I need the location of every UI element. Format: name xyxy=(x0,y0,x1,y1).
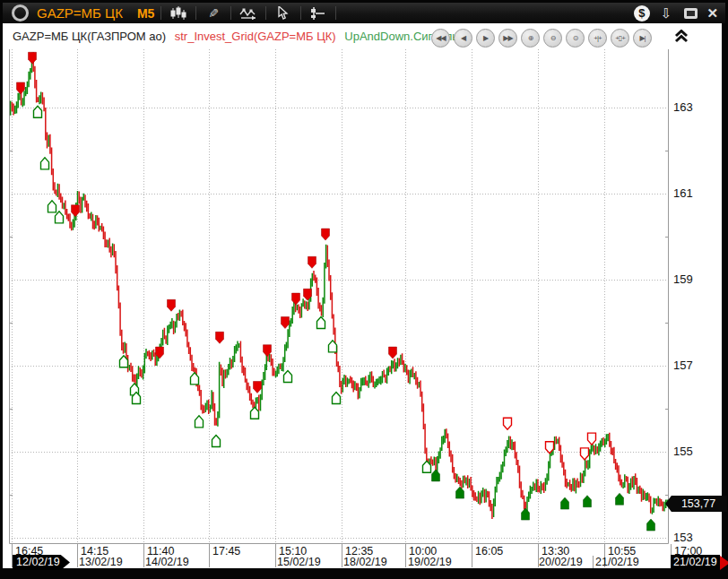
x-axis-tick xyxy=(12,544,13,567)
x-axis-time-label: 17:45 xyxy=(212,545,240,557)
x-axis-tick xyxy=(143,544,144,567)
nav-fast-forward-button[interactable]: ▶▶ xyxy=(498,29,517,48)
nav-go-end-button[interactable]: ▶| xyxy=(633,29,652,48)
nav-rewind-button[interactable]: ◀◀ xyxy=(431,29,450,48)
sell-signal-markers-hollow xyxy=(504,418,596,460)
chart-legend: GAZP=МБ ЦК(ГАЗПРОМ ао) str_Invest_Grid(G… xyxy=(13,30,461,43)
x-axis-tick xyxy=(593,556,594,568)
y-axis-label: 159 xyxy=(673,272,709,286)
divider xyxy=(160,6,161,20)
grid-lines xyxy=(9,49,669,544)
dollar-icon[interactable]: $ xyxy=(634,5,650,22)
divider xyxy=(230,6,231,20)
x-axis-tick xyxy=(472,544,472,567)
indicator-icon[interactable] xyxy=(238,5,259,22)
divider xyxy=(265,6,266,20)
nav-step-back-button[interactable]: ◀ xyxy=(454,29,472,48)
buy-signal-markers-hollow xyxy=(34,106,431,472)
instrument-label[interactable]: GAZP=МБ ЦК(ГАЗПРОМ ао) xyxy=(13,30,166,43)
nav-compress-x-button[interactable]: +|+ xyxy=(588,29,607,48)
application-window: GAZP=МБ ЦК M5 ✎ $ ⇩ ✕ GAZP=МБ ЦК(ГАЗПР xyxy=(0,0,728,579)
red-arrow-icon xyxy=(720,556,728,570)
chart-panel: GAZP=МБ ЦК(ГАЗПРОМ ао) str_Invest_Grid(G… xyxy=(3,23,722,568)
timeframe-label[interactable]: M5 xyxy=(137,6,154,21)
candles-down xyxy=(12,52,663,519)
x-axis-date-label: 21/02/19 xyxy=(595,556,639,568)
divider xyxy=(335,6,336,20)
cursor-icon[interactable] xyxy=(273,5,294,22)
y-axis-label: 153 xyxy=(673,531,709,544)
end-date-tag: 21/02/19 xyxy=(671,555,728,570)
download-icon[interactable]: ⇩ xyxy=(661,5,672,22)
candles-up xyxy=(11,53,668,517)
divider xyxy=(300,6,301,20)
x-axis-tick xyxy=(405,544,406,567)
x-axis-date-label: 20/02/19 xyxy=(539,556,583,568)
end-date-value: 21/02/19 xyxy=(671,555,720,570)
divider xyxy=(195,6,196,20)
chart-nav-toolbar: ◀◀◀▶▶▶⊕⊖⊙+|++▯+▶| xyxy=(431,29,652,48)
x-axis-tick xyxy=(209,544,210,567)
x-axis-tick xyxy=(77,544,78,567)
candlestick-icon[interactable] xyxy=(168,5,189,22)
collapse-chevron-icon[interactable] xyxy=(673,30,689,43)
levels-icon[interactable] xyxy=(308,5,329,22)
nav-step-forward-button[interactable]: ▶ xyxy=(476,29,495,48)
window-title: GAZP=МБ ЦК xyxy=(37,5,123,21)
x-axis-date-label: 13/02/19 xyxy=(79,556,123,568)
y-axis-label: 161 xyxy=(673,186,709,200)
close-icon[interactable]: ✕ xyxy=(706,5,718,22)
x-axis-time-label: 16:05 xyxy=(475,545,503,557)
x-axis-tick xyxy=(342,544,342,567)
minimize-icon[interactable] xyxy=(684,8,698,19)
nav-zoom-out-button[interactable]: ⊖ xyxy=(543,29,562,48)
pencil-icon[interactable]: ✎ xyxy=(203,5,224,22)
y-axis-label: 157 xyxy=(673,359,709,372)
start-date-tag: 12/02/19 xyxy=(13,555,70,570)
y-axis-label: 155 xyxy=(673,445,709,458)
x-axis-date-label: 14/02/19 xyxy=(145,556,189,568)
nav-zoom-in-button[interactable]: ⊕ xyxy=(521,29,540,48)
strategy-label[interactable]: str_Invest_Grid(GAZP=МБ ЦК) xyxy=(175,30,336,43)
last-price-tag: 153,77 xyxy=(665,496,727,512)
x-axis-tick xyxy=(275,544,276,567)
window-titlebar: GAZP=МБ ЦК M5 ✎ $ ⇩ ✕ xyxy=(3,3,725,23)
nav-compress-candles-button[interactable]: +▯+ xyxy=(611,29,629,48)
nav-zoom-window-button[interactable]: ⊙ xyxy=(566,29,585,48)
x-axis-date-label: 15/02/19 xyxy=(277,556,321,568)
y-axis-label: 163 xyxy=(673,100,709,114)
last-price-value: 153,77 xyxy=(681,497,715,510)
titlebar-right-controls: $ ⇩ ✕ xyxy=(634,5,725,22)
x-axis-date-label: 18/02/19 xyxy=(343,556,387,568)
record-ring-icon[interactable] xyxy=(12,4,29,22)
price-chart[interactable] xyxy=(9,49,669,544)
x-axis-date-label: 19/02/19 xyxy=(408,556,452,568)
